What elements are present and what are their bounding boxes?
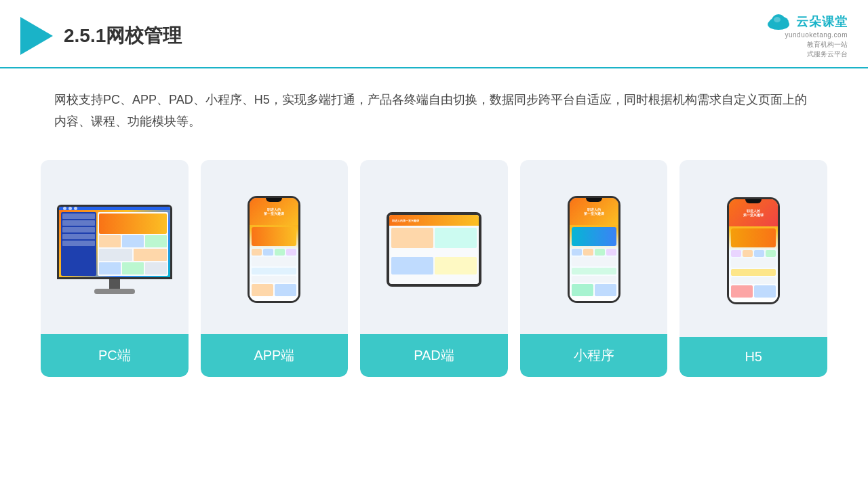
pad-card: 职进人的第一堂兴趣课 PAD端 xyxy=(360,160,508,377)
pc-label: PC端 xyxy=(41,334,189,377)
logo-triangle-icon xyxy=(20,17,53,55)
pad-label: PAD端 xyxy=(360,334,508,377)
h5-phone-mockup: 职进人的第一堂兴趣课 xyxy=(727,197,780,304)
brand-logo: 云朵课堂 yunduoketang.com 教育机构一站式服务云平台 xyxy=(765,12,848,59)
svg-point-4 xyxy=(774,17,781,22)
app-label: APP端 xyxy=(201,334,349,377)
miniprogram-phone-mockup: 职进人的第一堂兴趣课 xyxy=(568,196,620,303)
h5-image-area: 职进人的第一堂兴趣课 xyxy=(679,160,827,337)
pc-card: PC端 xyxy=(41,160,189,377)
pc-image-area xyxy=(41,160,189,334)
brand-name-cn: 云朵课堂 xyxy=(796,14,848,30)
pad-image-area: 职进人的第一堂兴趣课 xyxy=(360,160,508,334)
brand-tagline: 教育机构一站式服务云平台 xyxy=(807,40,848,59)
header-right: 云朵课堂 yunduoketang.com 教育机构一站式服务云平台 xyxy=(765,12,848,59)
miniprogram-image-area: 职进人的第一堂兴趣课 xyxy=(520,160,668,334)
miniprogram-label: 小程序 xyxy=(520,334,668,377)
h5-card: 职进人的第一堂兴趣课 xyxy=(679,160,827,377)
device-cards-container: PC端 职进人的第一堂兴趣课 xyxy=(0,146,868,397)
pc-monitor-mockup xyxy=(57,205,172,294)
description-paragraph: 网校支持PC、APP、PAD、小程序、H5，实现多端打通，产品各终端自由切换，数… xyxy=(54,89,814,133)
app-card: 职进人的第一堂兴趣课 xyxy=(201,160,349,377)
h5-label: H5 xyxy=(679,337,827,377)
page-header: 2.5.1网校管理 云朵课堂 yunduoketang.com 教育机构一站式服… xyxy=(0,0,868,68)
pad-tablet-mockup: 职进人的第一堂兴趣课 xyxy=(387,212,481,287)
cloud-icon xyxy=(765,12,792,31)
brand-name-en: yunduoketang.com xyxy=(785,31,848,39)
description-text: 网校支持PC、APP、PAD、小程序、H5，实现多端打通，产品各终端自由切换，数… xyxy=(0,68,868,146)
app-phone-mockup: 职进人的第一堂兴趣课 xyxy=(248,196,300,303)
header-left: 2.5.1网校管理 xyxy=(20,17,182,55)
brand-icon-group: 云朵课堂 xyxy=(765,12,848,31)
app-image-area: 职进人的第一堂兴趣课 xyxy=(201,160,349,334)
miniprogram-card: 职进人的第一堂兴趣课 xyxy=(520,160,668,377)
page-title: 2.5.1网校管理 xyxy=(64,23,182,49)
